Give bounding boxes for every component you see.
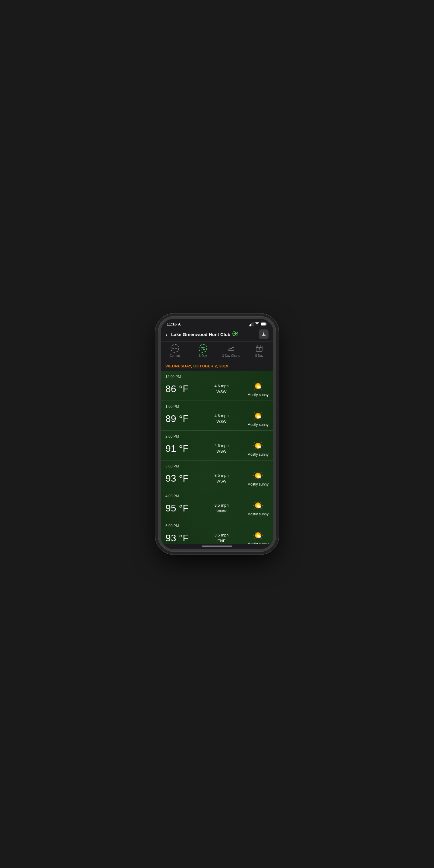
weather-temp: 93 °F [165, 532, 195, 544]
sun-icon [253, 440, 264, 451]
svg-line-76 [254, 532, 255, 533]
header-title: Lake Greenwood Hunt Club [171, 331, 259, 337]
weather-condition: Mostly sunny [247, 440, 269, 457]
weather-row-time: 3:00 PM [165, 464, 269, 468]
home-bar [202, 546, 232, 547]
phone-shell: 11:16 [158, 316, 276, 552]
weather-row: 1:00 PM 89 °F 4.6 mphWSW [161, 401, 273, 431]
svg-line-79 [254, 538, 255, 539]
wifi-icon [255, 322, 259, 326]
date-text: WEDNESDAY, OCTOBER 2, 2019 [165, 364, 228, 368]
weather-wind: 4.6 mphWSW [214, 443, 228, 455]
weather-wind: 4.6 mphWSW [214, 383, 228, 395]
svg-line-78 [261, 532, 261, 533]
svg-point-59 [259, 476, 261, 478]
weather-wind: 3.5 mphWNW [214, 502, 228, 514]
tab-3day[interactable]: 72 3-Day [189, 344, 217, 358]
tab-current-icon: NOW [170, 344, 180, 353]
weather-row-time: 12:00 PM [165, 375, 269, 379]
status-time: 11:16 [167, 322, 181, 327]
location-arrow-icon [178, 323, 181, 326]
weather-row: 2:00 PM 91 °F 4.6 mphWSW [161, 431, 273, 461]
home-indicator [161, 544, 273, 549]
weather-wind: 4.6 mphWSW [214, 413, 228, 425]
svg-line-40 [254, 442, 255, 443]
sun-icon [253, 530, 264, 541]
download-button[interactable] [259, 330, 269, 339]
weather-row-time: 5:00 PM [165, 524, 269, 528]
svg-point-23 [259, 387, 261, 389]
weather-row-time: 2:00 PM [165, 434, 269, 438]
svg-line-65 [261, 508, 261, 509]
tab-5day-label: 5-Day [255, 354, 264, 358]
weather-rows: 12:00 PM 86 °F 4.6 mphWSW [161, 371, 273, 544]
svg-line-29 [261, 418, 261, 420]
weather-condition: Mostly sunny [247, 500, 269, 516]
condition-text: Mostly sunny [247, 393, 269, 397]
weather-temp: 89 °F [165, 413, 195, 424]
svg-line-16 [254, 383, 255, 384]
svg-line-19 [254, 389, 255, 390]
svg-line-52 [254, 472, 255, 473]
condition-text: Mostly sunny [247, 482, 269, 487]
condition-text: Mostly sunny [247, 453, 269, 457]
weather-row-time: 4:00 PM [165, 494, 269, 498]
svg-line-30 [261, 412, 261, 413]
tab-current-label: Current [170, 354, 180, 358]
weather-condition: Mostly sunny [247, 470, 269, 487]
battery-icon [261, 322, 267, 327]
status-icons [249, 322, 268, 327]
tab-chart-icon [226, 344, 236, 353]
phone-notch [196, 319, 238, 327]
weather-temp: 86 °F [165, 383, 195, 395]
svg-line-28 [254, 412, 255, 413]
svg-point-71 [259, 506, 261, 508]
svg-point-35 [259, 416, 261, 418]
tab-current[interactable]: NOW Current [161, 344, 189, 358]
svg-line-31 [254, 418, 255, 420]
svg-line-54 [261, 472, 261, 473]
condition-text: Mostly sunny [247, 542, 269, 544]
svg-rect-2 [261, 322, 266, 325]
tab-bar: NOW Current 72 3-Day 3-Day Charts [161, 342, 273, 360]
weather-condition: Mostly sunny [247, 410, 269, 427]
svg-line-17 [261, 389, 261, 390]
tab-5day-icon: 5 [254, 344, 264, 353]
svg-line-64 [254, 502, 255, 503]
weather-wind: 3.5 mphENE [214, 532, 228, 544]
weather-wind: 3.5 mphWSW [214, 472, 228, 484]
svg-marker-0 [178, 323, 181, 326]
svg-point-47 [259, 446, 261, 448]
sun-icon [253, 410, 264, 421]
signal-bars-icon [249, 322, 254, 327]
weather-row: 5:00 PM 93 °F 3.5 mphENE [161, 520, 273, 544]
tab-3day-charts-label: 3-Day Charts [222, 354, 240, 358]
weather-condition: Mostly sunny [247, 381, 269, 397]
location-pin-icon [232, 331, 239, 337]
tab-5day[interactable]: 5 5-Day [245, 344, 274, 358]
svg-point-83 [259, 536, 261, 538]
weather-row-time: 1:00 PM [165, 404, 269, 409]
svg-line-53 [261, 478, 261, 479]
weather-temp: 93 °F [165, 473, 195, 484]
date-header: WEDNESDAY, OCTOBER 2, 2019 [161, 360, 273, 371]
sun-icon [253, 500, 264, 511]
svg-line-66 [261, 502, 261, 503]
tab-3day-icon: 72 [198, 344, 208, 353]
svg-line-55 [254, 478, 255, 479]
svg-line-41 [261, 448, 261, 450]
sun-icon [253, 381, 264, 392]
svg-point-6 [236, 333, 237, 334]
weather-list[interactable]: 12:00 PM 86 °F 4.6 mphWSW [161, 371, 273, 544]
app-header: ‹ Lake Greenwood Hunt Club [161, 328, 273, 342]
svg-point-4 [234, 333, 235, 334]
tab-3day-charts[interactable]: 3-Day Charts [217, 344, 245, 358]
weather-temp: 95 °F [165, 503, 195, 514]
tab-3day-label: 3-Day [199, 354, 207, 358]
weather-row: 12:00 PM 86 °F 4.6 mphWSW [161, 371, 273, 401]
svg-line-67 [254, 508, 255, 509]
back-button[interactable]: ‹ [165, 330, 169, 339]
svg-line-77 [261, 538, 261, 539]
weather-row: 3:00 PM 93 °F 3.5 mphWSW [161, 461, 273, 490]
condition-text: Mostly sunny [247, 423, 269, 427]
